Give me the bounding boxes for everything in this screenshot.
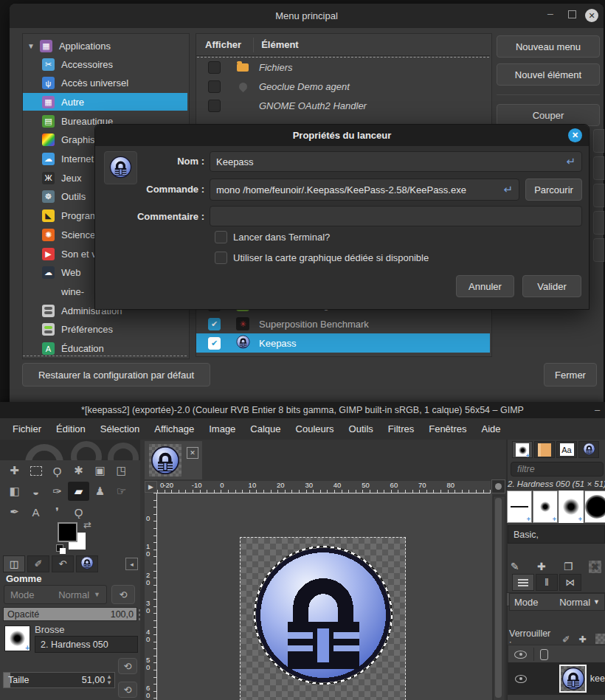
vertical-scrollbar[interactable] (493, 496, 505, 700)
comment-input[interactable] (210, 206, 582, 226)
cut-button[interactable]: Couper (497, 104, 600, 126)
list-item-geoclue-demo-agent[interactable]: Geoclue Demo agent (196, 77, 490, 96)
show-checkbox[interactable]: ✔ (208, 337, 221, 350)
minimize-icon[interactable]: – (547, 7, 553, 19)
menu-filtres[interactable]: Filtres (381, 421, 421, 437)
show-checkbox[interactable] (208, 100, 221, 112)
brush-swatch-3[interactable] (584, 491, 605, 523)
tool-gradient[interactable]: ◧ (4, 482, 25, 501)
opacity-slider[interactable]: Opacité 100,0 (3, 607, 137, 621)
list-item-keepass[interactable]: ✔ Keepass (196, 333, 490, 353)
ok-button[interactable]: Valider (522, 275, 581, 297)
layer-mode-dropdown[interactable]: Mode Normal ▼ (509, 593, 605, 611)
terminal-checkbox-row[interactable]: Lancer dans Terminal? (215, 231, 330, 243)
swap-colors-icon[interactable]: ⇄ (83, 519, 91, 530)
spinner-icon[interactable]: ▲▼ (106, 674, 112, 686)
eye-icon[interactable] (515, 675, 527, 683)
checkbox-icon[interactable] (215, 231, 227, 243)
layer-row[interactable]: kee (508, 662, 605, 695)
sidebar-item-autre[interactable]: ▦Autre (23, 93, 187, 111)
menu-s-lection[interactable]: Sélection (94, 421, 146, 437)
brush-name-box[interactable]: 2. Hardness 050 (35, 636, 138, 653)
lock-alpha-icon[interactable] (595, 634, 605, 644)
size-reset-button[interactable]: ⟲ (118, 658, 137, 674)
size-slider[interactable]: Taille 51,00 ▲▼ (3, 672, 115, 688)
show-checkbox[interactable] (208, 61, 221, 74)
list-item-gnome-oauth2-handler[interactable]: GNOME OAuth2 Handler (196, 96, 490, 115)
menu-window-titlebar[interactable]: Menu principal (10, 4, 604, 28)
brush-edit-icon[interactable]: ✎ (511, 561, 519, 572)
list-item-superposition-benchmark[interactable]: ✔✳Superposition Benchmark (196, 314, 490, 333)
maximize-icon[interactable] (568, 10, 576, 18)
gpu-checkbox-row[interactable]: Utiliser la carte graphique dédiée si di… (215, 252, 429, 264)
mode-dropdown[interactable]: Mode Normal ▼ (4, 585, 107, 604)
brush-filter-input[interactable]: filtre (511, 462, 604, 477)
menu-aide[interactable]: Aide (475, 421, 508, 437)
sidebar-item-acc-s-universel[interactable]: ψAccès universel (23, 74, 187, 92)
brush-delete-icon[interactable]: ✖ (589, 561, 601, 573)
menu-affichage[interactable]: Affichage (148, 421, 201, 437)
tool-transform[interactable]: ◳ (111, 461, 132, 480)
lock-move-icon[interactable]: ✚ (578, 634, 586, 645)
dialog-titlebar[interactable]: Propriétés du lanceur (95, 125, 589, 146)
hidden-button-fragment[interactable] (593, 184, 604, 207)
mode-reset-button[interactable]: ⟲ (111, 585, 135, 604)
eye-icon[interactable] (514, 651, 527, 659)
tab-channels[interactable]: ⫴ (536, 574, 558, 591)
ruler-corner-menu[interactable]: ▶ (145, 481, 157, 493)
fg-color-swatch[interactable] (58, 522, 77, 542)
tool-free-select[interactable]: Ϙ (46, 461, 68, 480)
col-afficher[interactable]: Afficher (205, 39, 241, 50)
checkbox-icon[interactable] (215, 252, 227, 264)
close-button[interactable]: Fermer (544, 363, 597, 387)
tool-text[interactable]: A (25, 502, 46, 521)
tool-move[interactable]: ✚ (4, 461, 25, 480)
hidden-button-fragment[interactable] (593, 238, 604, 262)
command-input[interactable]: mono /home/feunoir/.Keepass/KeePass-2.58… (210, 179, 519, 201)
tool-crop[interactable]: ▣ (89, 461, 111, 480)
tool-fuzzy-select[interactable]: ✱ (68, 461, 89, 480)
name-input[interactable]: Keepass ↵ (210, 151, 582, 172)
hidden-button-fragment[interactable] (593, 129, 604, 153)
browse-button[interactable]: Parcourir (525, 179, 582, 201)
menu-couleurs[interactable]: Couleurs (289, 421, 341, 437)
tool-paths[interactable]: ✒ (4, 502, 25, 521)
new-menu-button[interactable]: Nouveau menu (497, 35, 600, 58)
sidebar-item-accessoires[interactable]: ✂Accessoires (23, 55, 187, 73)
gimp-minimize-icon[interactable]: – (595, 404, 600, 415)
tool-bucket-fill[interactable]: ◒ (25, 482, 46, 501)
tool-paintbrush[interactable]: ✑ (46, 482, 68, 501)
vertical-ruler[interactable]: 0102030405060 (145, 493, 157, 700)
tab-image-keepass[interactable] (76, 555, 98, 572)
hidden-button-fragment[interactable] (593, 156, 604, 180)
tab-undo-history[interactable]: ↶ (52, 555, 74, 572)
lock-paint-icon[interactable]: ✐ (562, 634, 570, 645)
close-tab-icon[interactable]: ✕ (187, 447, 198, 459)
sidebar-item-pr-f-rences[interactable]: Préférences (23, 321, 187, 339)
brush-thumbnail[interactable]: + (4, 626, 30, 651)
tab-patterns[interactable] (534, 441, 555, 458)
tool-color-picker[interactable]: ❜ (46, 502, 68, 521)
brush-duplicate-icon[interactable]: ❐ (564, 561, 573, 572)
brush-swatch-0[interactable]: + (507, 491, 532, 523)
collapse-arrow-icon[interactable]: ◂ (125, 558, 138, 570)
brush-swatch-1[interactable]: + (533, 491, 558, 523)
tab-fonts[interactable]: Aa (556, 441, 577, 458)
brush-swatch-2[interactable]: + (559, 491, 584, 523)
tool-clone[interactable]: ♟ (89, 482, 111, 501)
tab-paths[interactable]: ⋈ (559, 574, 581, 591)
menu-image[interactable]: Image (202, 421, 242, 437)
zoom-follow-icon[interactable] (491, 479, 505, 493)
close-icon[interactable]: ✕ (585, 9, 598, 22)
show-checkbox[interactable]: ✔ (208, 318, 221, 330)
cancel-button[interactable]: Annuler (456, 275, 514, 297)
menu-outils[interactable]: Outils (342, 421, 380, 437)
tool-rectangle-select[interactable] (25, 461, 46, 480)
menu-fen-tres[interactable]: Fenêtres (422, 421, 473, 437)
tab-document-history[interactable] (578, 441, 599, 458)
tool-smudge[interactable]: ☞ (111, 482, 132, 501)
sidebar-item--ducation[interactable]: AÉducation (23, 340, 187, 358)
tab-device-status[interactable]: ✐ (27, 555, 49, 572)
col-element[interactable]: Élément (261, 39, 299, 50)
gimp-titlebar[interactable]: *[keepass2] (exportée)-2.0 (Couleur RVB … (0, 402, 605, 418)
